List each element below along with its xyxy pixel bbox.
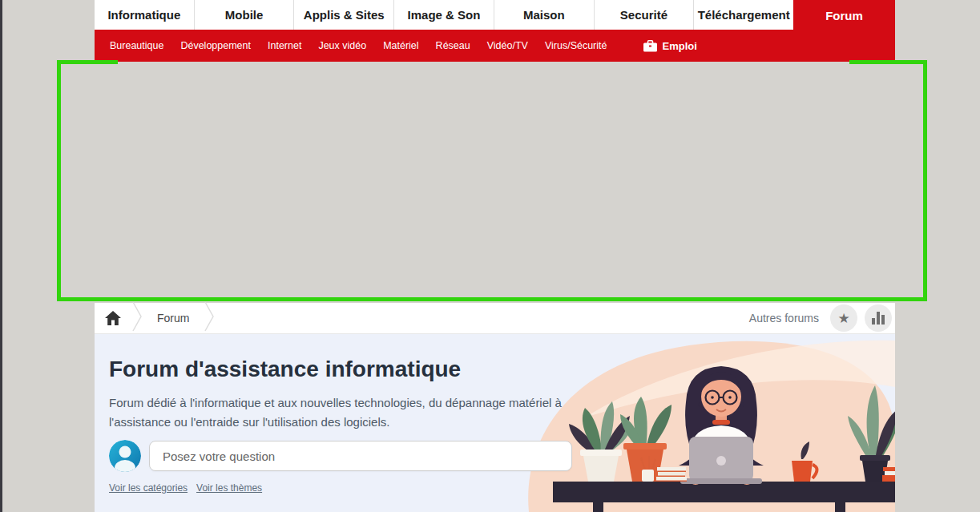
annotation-box-bottom xyxy=(57,297,927,301)
annotation-box-top-right xyxy=(849,60,927,64)
ad-slot-placeholder xyxy=(95,62,895,303)
subnav-reseau[interactable]: Réseau xyxy=(436,40,470,51)
breadcrumb: Forum Autres forums ★ xyxy=(95,303,895,334)
window-edge xyxy=(0,0,2,512)
ask-question-row xyxy=(109,440,572,472)
annotation-box-right xyxy=(923,60,927,301)
tab-forum-active[interactable]: Forum xyxy=(793,0,895,62)
subnav-virus-securite[interactable]: Virus/Sécurité xyxy=(545,40,607,51)
annotation-box-left xyxy=(57,60,61,301)
hero-links: Voir les catégories Voir les thèmes xyxy=(109,482,262,494)
subnav-developpement[interactable]: Développement xyxy=(180,40,251,51)
briefcase-icon xyxy=(643,40,657,52)
favorites-button[interactable]: ★ xyxy=(830,304,857,332)
bar-chart-icon xyxy=(872,312,885,325)
top-navigation: Informatique Mobile Applis & Sites Image… xyxy=(95,0,793,30)
tab-applis-sites[interactable]: Applis & Sites xyxy=(294,0,394,30)
page-title: Forum d'assistance informatique xyxy=(109,357,461,382)
other-forums-link[interactable]: Autres forums xyxy=(749,312,819,325)
see-categories-link[interactable]: Voir les catégories xyxy=(109,482,188,494)
tab-image-son[interactable]: Image & Son xyxy=(394,0,494,30)
subnav-materiel[interactable]: Matériel xyxy=(383,40,418,51)
subnav-bureautique[interactable]: Bureautique xyxy=(110,40,163,51)
tab-mobile[interactable]: Mobile xyxy=(195,0,295,30)
see-themes-link[interactable]: Voir les thèmes xyxy=(196,482,262,494)
chevron-separator-icon xyxy=(204,301,215,335)
home-icon xyxy=(105,311,121,325)
subnav-emploi[interactable]: Emploi xyxy=(643,40,697,52)
tab-securite[interactable]: Securité xyxy=(595,0,695,30)
breadcrumb-item-forum[interactable]: Forum xyxy=(143,312,204,325)
stats-button[interactable] xyxy=(865,304,892,332)
subnav-emploi-label: Emploi xyxy=(663,40,697,52)
subnav-video-tv[interactable]: Vidéo/TV xyxy=(487,40,528,51)
avatar xyxy=(109,440,141,472)
tab-telechargement[interactable]: Téléchargement xyxy=(694,0,793,30)
tab-informatique[interactable]: Informatique xyxy=(95,0,195,30)
forum-subnav: Bureautique Développement Internet Jeux … xyxy=(95,30,895,62)
breadcrumb-home[interactable] xyxy=(95,303,131,333)
subnav-internet[interactable]: Internet xyxy=(268,40,301,51)
forum-description: Forum dédié à l'informatique et aux nouv… xyxy=(109,393,580,432)
annotation-box-top-left xyxy=(57,60,118,64)
tab-maison[interactable]: Maison xyxy=(494,0,595,30)
question-search-input[interactable] xyxy=(149,441,572,471)
chevron-separator-icon xyxy=(131,301,143,335)
star-icon: ★ xyxy=(837,312,849,325)
forum-hero: Forum d'assistance informatique Forum dé… xyxy=(95,334,895,512)
subnav-jeux-video[interactable]: Jeux vidéo xyxy=(318,40,366,51)
